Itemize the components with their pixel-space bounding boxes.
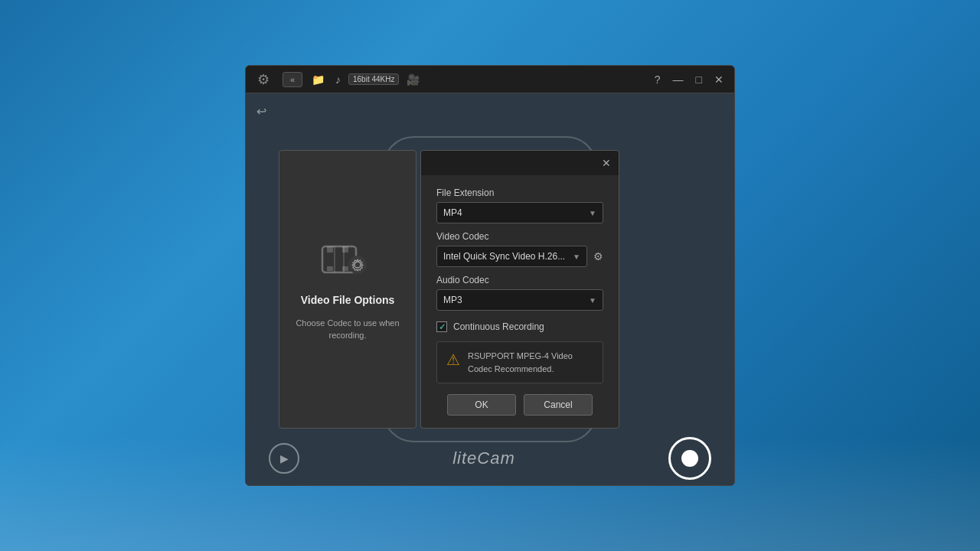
audio-codec-select[interactable]: MP3 ▼ (436, 289, 603, 311)
app-bottom: ▶ liteCam (246, 432, 734, 485)
toolbar-icons: 📁 ♪ 16bit 44KHz 🎥 (309, 72, 423, 87)
file-extension-value: MP4 (443, 207, 462, 218)
video-codec-label: Video Codec (436, 231, 603, 242)
warning-text: RSUPPORT MPEG-4 Video Codec Recommended. (468, 350, 593, 375)
video-codec-row: Intel Quick Sync Video H.26... ▼ ⚙ (436, 246, 603, 267)
dropdown-arrow-icon: ▼ (589, 209, 596, 217)
ok-button[interactable]: OK (447, 394, 516, 416)
app-name-label: liteCam (452, 448, 515, 468)
back-nav-button[interactable]: « (283, 72, 302, 87)
title-bar-right: ? — □ ✕ (652, 72, 727, 87)
left-panel: Video File Options Choose Codec to use w… (279, 150, 416, 429)
record-button[interactable] (668, 437, 711, 480)
warning-row: ⚠ RSUPPORT MPEG-4 Video Codec Recommende… (436, 341, 603, 383)
help-button[interactable]: ? (652, 72, 664, 87)
continuous-recording-checkbox[interactable]: ✓ (436, 321, 447, 332)
left-panel-description: Choose Codec to use when recording. (295, 317, 400, 342)
left-panel-video-icon (321, 237, 374, 283)
audio-codec-dropdown-arrow-icon: ▼ (589, 296, 596, 305)
checkbox-check-icon: ✓ (439, 322, 446, 332)
audio-codec-label: Audio Codec (436, 275, 603, 285)
app-window: ⚙ « 📁 ♪ 16bit 44KHz 🎥 ? — □ ✕ ↩ (245, 65, 735, 486)
folder-icon[interactable]: 📁 (309, 72, 328, 87)
play-button[interactable]: ▶ (269, 443, 299, 474)
close-button[interactable]: ✕ (711, 72, 727, 87)
left-panel-icon-group (321, 237, 374, 283)
continuous-recording-label: Continuous Recording (453, 321, 544, 332)
dialog-title-bar: ✕ (421, 151, 619, 175)
svg-rect-10 (327, 246, 333, 253)
svg-rect-13 (342, 266, 348, 271)
video-codec-select[interactable]: Intel Quick Sync Video H.26... ▼ (436, 246, 587, 267)
dialog-body: File Extension MP4 ▼ Video Codec Intel Q… (421, 175, 619, 428)
video-codec-value: Intel Quick Sync Video H.26... (443, 251, 565, 262)
file-extension-select[interactable]: MP4 ▼ (436, 202, 603, 223)
app-content: ↩ (246, 93, 734, 485)
title-bar: ⚙ « 📁 ♪ 16bit 44KHz 🎥 ? — □ ✕ (246, 66, 734, 93)
webcam-icon[interactable]: 🎥 (403, 72, 423, 87)
maximize-button[interactable]: □ (693, 72, 705, 87)
video-codec-dropdown-arrow-icon: ▼ (573, 253, 580, 261)
file-extension-label: File Extension (436, 187, 603, 198)
left-panel-title: Video File Options (301, 294, 395, 306)
back-arrow-icon[interactable]: ↩ (256, 104, 266, 119)
svg-rect-11 (342, 246, 348, 253)
music-icon[interactable]: ♪ (332, 72, 344, 87)
audio-codec-value: MP3 (443, 295, 462, 305)
svg-rect-12 (327, 266, 333, 271)
continuous-recording-row: ✓ Continuous Recording (436, 321, 603, 332)
dialog-main: ✕ File Extension MP4 ▼ Video Codec Intel… (420, 150, 619, 429)
audio-badge[interactable]: 16bit 44KHz (348, 73, 399, 85)
dialog-buttons: OK Cancel (436, 394, 603, 416)
dialog-wrapper: Video File Options Choose Codec to use w… (420, 150, 619, 429)
title-bar-left: ⚙ « 📁 ♪ 16bit 44KHz 🎥 (253, 70, 652, 90)
warning-triangle-icon: ⚠ (446, 350, 460, 369)
cancel-button[interactable]: Cancel (524, 394, 593, 416)
dialog-close-button[interactable]: ✕ (602, 157, 611, 169)
title-bar-nav: « (283, 72, 302, 87)
record-dot-icon (681, 450, 698, 467)
gear-icon[interactable]: ⚙ (253, 70, 273, 90)
video-codec-settings-icon[interactable]: ⚙ (593, 250, 603, 262)
minimize-button[interactable]: — (670, 72, 687, 87)
